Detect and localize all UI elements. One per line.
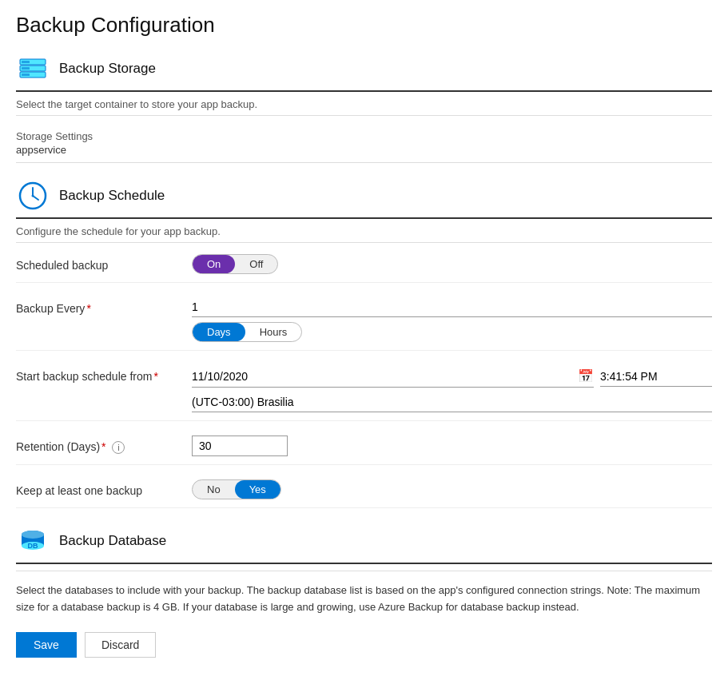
toggle-off-button[interactable]: Off xyxy=(235,255,277,273)
date-input[interactable] xyxy=(192,370,578,383)
freq-days-button[interactable]: Days xyxy=(193,323,245,341)
svg-point-13 xyxy=(22,531,44,539)
database-desc: Select the databases to include with you… xyxy=(16,583,712,616)
date-time-row: 📅 xyxy=(192,365,712,388)
retention-input[interactable] xyxy=(192,436,288,456)
database-divider xyxy=(16,571,712,571)
svg-rect-3 xyxy=(22,61,30,63)
storage-divider xyxy=(16,115,712,116)
backup-every-input[interactable] xyxy=(192,297,712,317)
storage-heading: Backup Storage xyxy=(59,61,156,77)
save-button[interactable]: Save xyxy=(16,632,77,658)
database-heading: Backup Database xyxy=(59,533,166,549)
schedule-section-header: Backup Schedule xyxy=(16,179,712,219)
backup-every-control: Days Hours xyxy=(192,297,712,342)
clock-icon xyxy=(16,179,50,213)
backup-schedule-section: Backup Schedule Configure the schedule f… xyxy=(16,179,712,508)
svg-rect-4 xyxy=(22,67,30,70)
page-title: Backup Configuration xyxy=(16,13,712,38)
svg-text:DB: DB xyxy=(28,542,38,550)
retention-row: Retention (Days)* i xyxy=(16,436,712,465)
discard-button[interactable]: Discard xyxy=(85,632,156,658)
svg-point-9 xyxy=(32,195,34,197)
storage-info: Storage Settings appservice xyxy=(16,127,712,159)
keep-backup-control: No Yes xyxy=(192,479,712,499)
start-backup-label: Start backup schedule from* xyxy=(16,365,192,383)
scheduled-backup-label: Scheduled backup xyxy=(16,254,192,272)
retention-required: * xyxy=(101,440,105,453)
backup-every-required: * xyxy=(86,302,90,315)
backup-database-section: DB Backup Database Select the databases … xyxy=(16,524,712,616)
svg-rect-5 xyxy=(22,74,30,76)
storage-settings-value: appservice xyxy=(16,144,712,156)
toggle-on-button[interactable]: On xyxy=(193,255,235,273)
start-backup-row: Start backup schedule from* 📅 (UTC-03:00… xyxy=(16,365,712,421)
start-backup-required: * xyxy=(153,370,157,383)
backup-every-row: Backup Every* Days Hours xyxy=(16,297,712,351)
storage-bottom-divider xyxy=(16,162,712,163)
retention-control xyxy=(192,436,712,456)
database-section-header: DB Backup Database xyxy=(16,524,712,564)
date-input-wrap: 📅 xyxy=(192,365,594,388)
storage-settings-label: Storage Settings xyxy=(16,130,712,142)
no-yes-toggle[interactable]: No Yes xyxy=(192,479,281,499)
storage-section-header: Backup Storage xyxy=(16,52,712,92)
toggle-yes-button[interactable]: Yes xyxy=(235,480,280,499)
time-input[interactable] xyxy=(600,367,712,387)
storage-icon xyxy=(16,52,50,86)
timezone-select[interactable]: (UTC-03:00) Brasilia xyxy=(192,392,712,412)
toggle-no-button[interactable]: No xyxy=(193,480,235,499)
days-hours-toggle[interactable]: Days Hours xyxy=(192,322,302,342)
schedule-heading: Backup Schedule xyxy=(59,188,165,204)
freq-hours-button[interactable]: Hours xyxy=(245,323,302,341)
db-icon: DB xyxy=(16,524,50,558)
scheduled-backup-control: On Off xyxy=(192,254,712,274)
backup-storage-section: Backup Storage Select the target contain… xyxy=(16,52,712,163)
keep-backup-label: Keep at least one backup xyxy=(16,479,192,497)
retention-label: Retention (Days)* i xyxy=(16,436,192,454)
start-backup-control: 📅 (UTC-03:00) Brasilia xyxy=(192,365,712,412)
retention-info-icon[interactable]: i xyxy=(112,441,125,454)
backup-every-label: Backup Every* xyxy=(16,297,192,315)
calendar-icon[interactable]: 📅 xyxy=(578,368,594,384)
schedule-desc: Configure the schedule for your app back… xyxy=(16,225,712,237)
storage-desc: Select the target container to store you… xyxy=(16,98,712,110)
keep-backup-row: Keep at least one backup No Yes xyxy=(16,479,712,508)
action-bar: Save Discard xyxy=(16,632,712,658)
scheduled-backup-row: Scheduled backup On Off xyxy=(16,254,712,283)
schedule-divider xyxy=(16,242,712,243)
on-off-toggle[interactable]: On Off xyxy=(192,254,278,274)
